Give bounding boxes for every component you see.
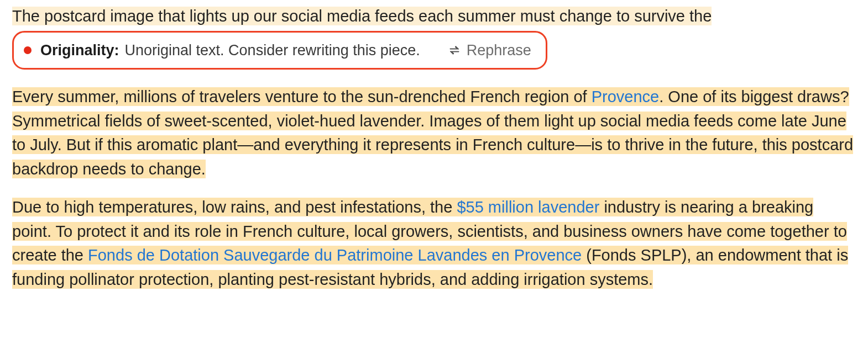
- originality-callout-wrap: Originality: Unoriginal text. Consider r…: [12, 31, 856, 70]
- intro-text[interactable]: The postcard image that lights up our so…: [12, 7, 712, 25]
- p2-seg1[interactable]: Due to high temperatures, low rains, and…: [12, 198, 457, 216]
- paragraph-1: Every summer, millions of travelers vent…: [12, 85, 856, 181]
- status-dot-icon: [24, 46, 32, 54]
- intro-line: The postcard image that lights up our so…: [12, 4, 856, 29]
- originality-label: Originality:: [40, 39, 119, 62]
- link-fonds-splp[interactable]: Fonds de Dotation Sauvegarde du Patrimoi…: [88, 246, 582, 264]
- link-provence[interactable]: Provence: [592, 87, 660, 106]
- originality-message: Unoriginal text. Consider rewriting this…: [125, 39, 420, 62]
- rephrase-label: Rephrase: [467, 39, 531, 62]
- p1-seg1[interactable]: Every summer, millions of travelers vent…: [12, 87, 592, 106]
- originality-callout: Originality: Unoriginal text. Consider r…: [12, 31, 547, 70]
- document-page: The postcard image that lights up our so…: [0, 0, 868, 317]
- rephrase-button[interactable]: Rephrase: [448, 39, 531, 62]
- paragraph-2: Due to high temperatures, low rains, and…: [12, 195, 856, 292]
- rephrase-icon: [448, 44, 461, 57]
- link-lavender-industry[interactable]: $55 million lavender: [457, 198, 599, 216]
